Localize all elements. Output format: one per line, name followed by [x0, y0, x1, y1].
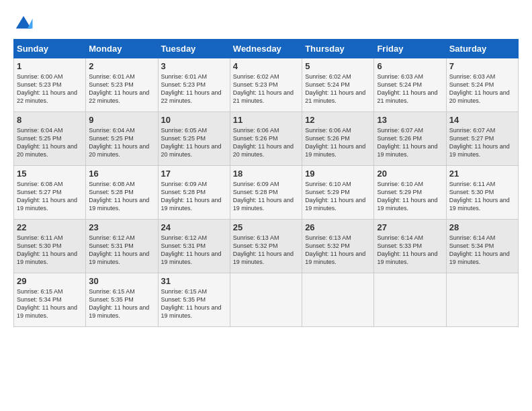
day-number: 19 [305, 169, 371, 179]
day-info: Sunrise: 6:09 AM Sunset: 5:28 PM Dayligh… [233, 180, 299, 213]
day-info: Sunrise: 6:15 AM Sunset: 5:35 PM Dayligh… [161, 287, 227, 320]
header-day: Thursday [302, 40, 374, 58]
day-info: Sunrise: 6:14 AM Sunset: 5:33 PM Dayligh… [377, 234, 443, 267]
day-info: Sunrise: 6:11 AM Sunset: 5:30 PM Dayligh… [17, 234, 83, 267]
header-day: Friday [374, 40, 446, 58]
calendar-cell: 1Sunrise: 6:00 AM Sunset: 5:23 PM Daylig… [14, 58, 86, 112]
calendar-cell: 18Sunrise: 6:09 AM Sunset: 5:28 PM Dayli… [230, 166, 302, 220]
day-number: 6 [377, 61, 443, 71]
day-info: Sunrise: 6:08 AM Sunset: 5:27 PM Dayligh… [17, 180, 83, 213]
calendar-cell: 28Sunrise: 6:14 AM Sunset: 5:34 PM Dayli… [446, 220, 518, 273]
day-info: Sunrise: 6:00 AM Sunset: 5:23 PM Dayligh… [17, 73, 83, 105]
day-info: Sunrise: 6:15 AM Sunset: 5:35 PM Dayligh… [89, 287, 154, 320]
day-info: Sunrise: 6:10 AM Sunset: 5:29 PM Dayligh… [305, 180, 371, 213]
day-number: 12 [305, 115, 371, 125]
calendar-cell: 9Sunrise: 6:04 AM Sunset: 5:25 PM Daylig… [86, 112, 158, 166]
day-info: Sunrise: 6:06 AM Sunset: 5:26 PM Dayligh… [305, 126, 371, 159]
day-number: 1 [17, 61, 83, 71]
logo-icon [13, 13, 34, 34]
day-number: 27 [377, 222, 443, 232]
calendar-cell: 12Sunrise: 6:06 AM Sunset: 5:26 PM Dayli… [302, 112, 374, 166]
day-number: 14 [449, 115, 515, 125]
calendar-cell: 25Sunrise: 6:13 AM Sunset: 5:32 PM Dayli… [230, 220, 302, 273]
header-day: Monday [86, 40, 158, 58]
day-number: 29 [17, 276, 83, 286]
calendar-cell: 15Sunrise: 6:08 AM Sunset: 5:27 PM Dayli… [14, 166, 86, 220]
day-number: 9 [89, 115, 154, 125]
day-info: Sunrise: 6:08 AM Sunset: 5:28 PM Dayligh… [89, 180, 154, 213]
day-number: 30 [89, 276, 154, 286]
day-info: Sunrise: 6:02 AM Sunset: 5:24 PM Dayligh… [305, 73, 371, 105]
day-info: Sunrise: 6:04 AM Sunset: 5:25 PM Dayligh… [17, 126, 83, 159]
header-day: Wednesday [230, 40, 302, 58]
calendar-cell: 3Sunrise: 6:01 AM Sunset: 5:23 PM Daylig… [158, 58, 230, 112]
day-number: 20 [377, 169, 443, 179]
calendar-cell: 13Sunrise: 6:07 AM Sunset: 5:26 PM Dayli… [374, 112, 446, 166]
day-number: 15 [17, 169, 83, 179]
calendar-cell: 7Sunrise: 6:03 AM Sunset: 5:24 PM Daylig… [446, 58, 518, 112]
day-info: Sunrise: 6:13 AM Sunset: 5:32 PM Dayligh… [233, 234, 299, 267]
day-number: 18 [233, 169, 299, 179]
calendar-cell [374, 273, 446, 327]
calendar-cell: 29Sunrise: 6:15 AM Sunset: 5:34 PM Dayli… [14, 273, 86, 327]
calendar-cell: 22Sunrise: 6:11 AM Sunset: 5:30 PM Dayli… [14, 220, 86, 273]
calendar-week-row: 15Sunrise: 6:08 AM Sunset: 5:27 PM Dayli… [14, 166, 519, 220]
calendar-cell: 20Sunrise: 6:10 AM Sunset: 5:29 PM Dayli… [374, 166, 446, 220]
calendar-cell: 17Sunrise: 6:09 AM Sunset: 5:28 PM Dayli… [158, 166, 230, 220]
calendar-cell: 24Sunrise: 6:12 AM Sunset: 5:31 PM Dayli… [158, 220, 230, 273]
day-number: 26 [305, 222, 371, 232]
header-row: SundayMondayTuesdayWednesdayThursdayFrid… [14, 40, 519, 58]
calendar-cell [302, 273, 374, 327]
day-info: Sunrise: 6:15 AM Sunset: 5:34 PM Dayligh… [17, 287, 83, 320]
calendar-week-row: 8Sunrise: 6:04 AM Sunset: 5:25 PM Daylig… [14, 112, 519, 166]
day-number: 23 [89, 222, 154, 232]
day-number: 5 [305, 61, 371, 71]
day-number: 31 [161, 276, 227, 286]
calendar-cell: 2Sunrise: 6:01 AM Sunset: 5:23 PM Daylig… [86, 58, 158, 112]
day-number: 22 [17, 222, 83, 232]
day-number: 2 [89, 61, 154, 71]
day-info: Sunrise: 6:01 AM Sunset: 5:23 PM Dayligh… [161, 73, 227, 105]
calendar-cell: 31Sunrise: 6:15 AM Sunset: 5:35 PM Dayli… [158, 273, 230, 327]
calendar-week-row: 1Sunrise: 6:00 AM Sunset: 5:23 PM Daylig… [14, 58, 519, 112]
day-info: Sunrise: 6:13 AM Sunset: 5:32 PM Dayligh… [305, 234, 371, 267]
header-day: Sunday [14, 40, 86, 58]
day-number: 11 [233, 115, 299, 125]
day-info: Sunrise: 6:12 AM Sunset: 5:31 PM Dayligh… [89, 234, 154, 267]
page-container: SundayMondayTuesdayWednesdayThursdayFrid… [13, 13, 519, 327]
calendar-cell [446, 273, 518, 327]
day-info: Sunrise: 6:12 AM Sunset: 5:31 PM Dayligh… [161, 234, 227, 267]
calendar-cell: 16Sunrise: 6:08 AM Sunset: 5:28 PM Dayli… [86, 166, 158, 220]
day-number: 28 [449, 222, 515, 232]
header-day: Tuesday [158, 40, 230, 58]
day-number: 3 [161, 61, 227, 71]
day-info: Sunrise: 6:01 AM Sunset: 5:23 PM Dayligh… [89, 73, 154, 105]
day-info: Sunrise: 6:11 AM Sunset: 5:30 PM Dayligh… [449, 180, 515, 213]
day-info: Sunrise: 6:10 AM Sunset: 5:29 PM Dayligh… [377, 180, 443, 213]
calendar-cell: 27Sunrise: 6:14 AM Sunset: 5:33 PM Dayli… [374, 220, 446, 273]
calendar-cell: 19Sunrise: 6:10 AM Sunset: 5:29 PM Dayli… [302, 166, 374, 220]
day-info: Sunrise: 6:04 AM Sunset: 5:25 PM Dayligh… [89, 126, 154, 159]
logo [13, 13, 36, 34]
header-day: Saturday [446, 40, 518, 58]
day-info: Sunrise: 6:02 AM Sunset: 5:23 PM Dayligh… [233, 73, 299, 105]
header [13, 13, 519, 34]
day-info: Sunrise: 6:09 AM Sunset: 5:28 PM Dayligh… [161, 180, 227, 213]
day-number: 13 [377, 115, 443, 125]
day-info: Sunrise: 6:03 AM Sunset: 5:24 PM Dayligh… [377, 73, 443, 105]
calendar-cell: 21Sunrise: 6:11 AM Sunset: 5:30 PM Dayli… [446, 166, 518, 220]
day-number: 4 [233, 61, 299, 71]
day-info: Sunrise: 6:07 AM Sunset: 5:27 PM Dayligh… [449, 126, 515, 159]
day-number: 10 [161, 115, 227, 125]
calendar-cell: 23Sunrise: 6:12 AM Sunset: 5:31 PM Dayli… [86, 220, 158, 273]
calendar-table: SundayMondayTuesdayWednesdayThursdayFrid… [13, 39, 519, 327]
day-number: 25 [233, 222, 299, 232]
calendar-cell: 5Sunrise: 6:02 AM Sunset: 5:24 PM Daylig… [302, 58, 374, 112]
calendar-week-row: 29Sunrise: 6:15 AM Sunset: 5:34 PM Dayli… [14, 273, 519, 327]
day-number: 17 [161, 169, 227, 179]
calendar-cell [230, 273, 302, 327]
calendar-cell: 30Sunrise: 6:15 AM Sunset: 5:35 PM Dayli… [86, 273, 158, 327]
calendar-cell: 10Sunrise: 6:05 AM Sunset: 5:25 PM Dayli… [158, 112, 230, 166]
day-info: Sunrise: 6:05 AM Sunset: 5:25 PM Dayligh… [161, 126, 227, 159]
calendar-week-row: 22Sunrise: 6:11 AM Sunset: 5:30 PM Dayli… [14, 220, 519, 273]
